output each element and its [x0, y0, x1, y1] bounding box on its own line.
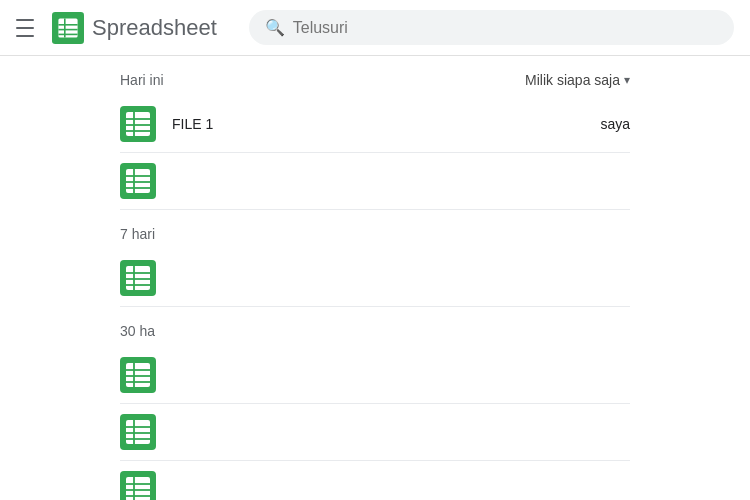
file-row[interactable] [120, 153, 630, 210]
file-icon [120, 357, 156, 393]
section-header-30days: 30 ha [120, 307, 630, 347]
chevron-down-icon: ▾ [624, 73, 630, 87]
file-row[interactable] [120, 404, 630, 461]
owner-filter-label: Milik siapa saja [525, 72, 620, 88]
file-row[interactable]: FILE 1 saya [120, 96, 630, 153]
section-label-today: Hari ini [120, 72, 164, 88]
main-content: Hari ini Milik siapa saja ▾ FILE 1 saya [0, 56, 750, 500]
section-label-7days: 7 hari [120, 226, 155, 242]
file-row[interactable] [120, 461, 630, 500]
svg-rect-31 [126, 420, 150, 444]
svg-rect-19 [126, 266, 150, 290]
file-icon [120, 106, 156, 142]
search-icon: 🔍 [265, 18, 285, 37]
file-owner: saya [550, 116, 630, 132]
file-icon [120, 260, 156, 296]
section-header-7days: 7 hari [120, 210, 630, 250]
svg-rect-13 [126, 169, 150, 193]
search-bar[interactable]: 🔍 [249, 10, 734, 45]
file-row[interactable] [120, 347, 630, 404]
section-label-30days: 30 ha [120, 323, 155, 339]
file-icon [120, 163, 156, 199]
file-row[interactable] [120, 250, 630, 307]
section-header-today: Hari ini Milik siapa saja ▾ [120, 56, 630, 96]
file-icon [120, 471, 156, 500]
menu-button[interactable] [16, 16, 40, 40]
app-title: Spreadsheet [92, 15, 217, 41]
search-input[interactable] [293, 19, 718, 37]
logo-area: Spreadsheet [52, 12, 217, 44]
sheets-logo-icon [52, 12, 84, 44]
owner-dropdown[interactable]: Milik siapa saja ▾ [525, 72, 630, 88]
svg-rect-7 [126, 112, 150, 136]
file-name: FILE 1 [172, 116, 550, 132]
app-header: Spreadsheet 🔍 [0, 0, 750, 56]
file-icon [120, 414, 156, 450]
svg-rect-25 [126, 363, 150, 387]
